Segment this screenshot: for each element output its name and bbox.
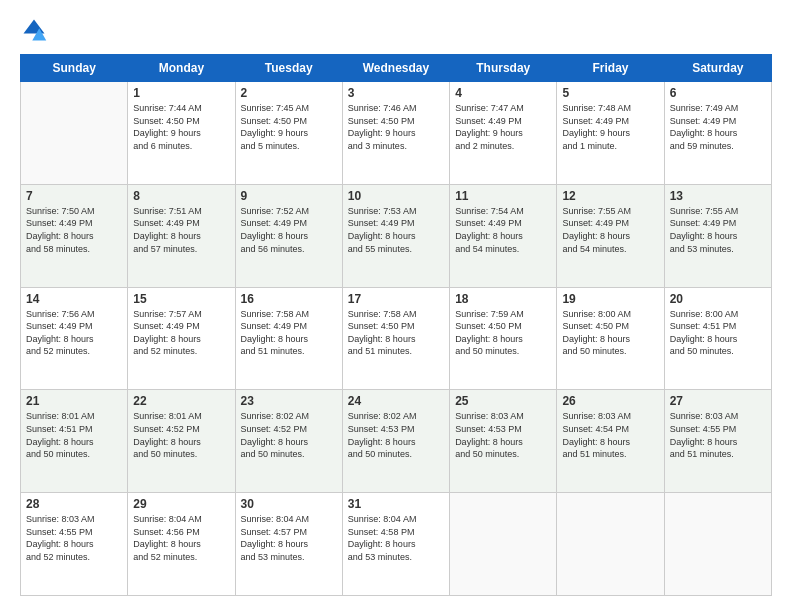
cell-content: Sunrise: 7:48 AM Sunset: 4:49 PM Dayligh… — [562, 102, 658, 152]
cell-content: Sunrise: 8:01 AM Sunset: 4:52 PM Dayligh… — [133, 410, 229, 460]
cell-content: Sunrise: 7:46 AM Sunset: 4:50 PM Dayligh… — [348, 102, 444, 152]
cell-content: Sunrise: 8:03 AM Sunset: 4:54 PM Dayligh… — [562, 410, 658, 460]
calendar-cell: 16Sunrise: 7:58 AM Sunset: 4:49 PM Dayli… — [235, 287, 342, 390]
cell-content: Sunrise: 7:56 AM Sunset: 4:49 PM Dayligh… — [26, 308, 122, 358]
day-number: 12 — [562, 189, 658, 203]
calendar-cell: 5Sunrise: 7:48 AM Sunset: 4:49 PM Daylig… — [557, 82, 664, 185]
cell-content: Sunrise: 7:47 AM Sunset: 4:49 PM Dayligh… — [455, 102, 551, 152]
calendar-cell: 11Sunrise: 7:54 AM Sunset: 4:49 PM Dayli… — [450, 184, 557, 287]
day-number: 15 — [133, 292, 229, 306]
calendar-cell: 28Sunrise: 8:03 AM Sunset: 4:55 PM Dayli… — [21, 493, 128, 596]
cell-content: Sunrise: 7:58 AM Sunset: 4:50 PM Dayligh… — [348, 308, 444, 358]
cell-content: Sunrise: 8:03 AM Sunset: 4:53 PM Dayligh… — [455, 410, 551, 460]
cell-content: Sunrise: 7:50 AM Sunset: 4:49 PM Dayligh… — [26, 205, 122, 255]
day-number: 17 — [348, 292, 444, 306]
calendar-cell — [450, 493, 557, 596]
day-number: 31 — [348, 497, 444, 511]
day-number: 13 — [670, 189, 766, 203]
calendar-cell: 24Sunrise: 8:02 AM Sunset: 4:53 PM Dayli… — [342, 390, 449, 493]
calendar-row: 1Sunrise: 7:44 AM Sunset: 4:50 PM Daylig… — [21, 82, 772, 185]
weekday-header: Sunday — [21, 55, 128, 82]
day-number: 24 — [348, 394, 444, 408]
day-number: 11 — [455, 189, 551, 203]
cell-content: Sunrise: 8:00 AM Sunset: 4:51 PM Dayligh… — [670, 308, 766, 358]
day-number: 1 — [133, 86, 229, 100]
svg-marker-0 — [24, 20, 45, 34]
cell-content: Sunrise: 8:01 AM Sunset: 4:51 PM Dayligh… — [26, 410, 122, 460]
calendar-cell — [664, 493, 771, 596]
weekday-header: Monday — [128, 55, 235, 82]
calendar-row: 7Sunrise: 7:50 AM Sunset: 4:49 PM Daylig… — [21, 184, 772, 287]
calendar-cell — [557, 493, 664, 596]
calendar-cell: 25Sunrise: 8:03 AM Sunset: 4:53 PM Dayli… — [450, 390, 557, 493]
calendar-cell: 4Sunrise: 7:47 AM Sunset: 4:49 PM Daylig… — [450, 82, 557, 185]
cell-content: Sunrise: 7:51 AM Sunset: 4:49 PM Dayligh… — [133, 205, 229, 255]
cell-content: Sunrise: 7:45 AM Sunset: 4:50 PM Dayligh… — [241, 102, 337, 152]
cell-content: Sunrise: 7:54 AM Sunset: 4:49 PM Dayligh… — [455, 205, 551, 255]
day-number: 8 — [133, 189, 229, 203]
calendar-cell: 27Sunrise: 8:03 AM Sunset: 4:55 PM Dayli… — [664, 390, 771, 493]
day-number: 2 — [241, 86, 337, 100]
day-number: 7 — [26, 189, 122, 203]
calendar-cell: 31Sunrise: 8:04 AM Sunset: 4:58 PM Dayli… — [342, 493, 449, 596]
cell-content: Sunrise: 7:49 AM Sunset: 4:49 PM Dayligh… — [670, 102, 766, 152]
day-number: 25 — [455, 394, 551, 408]
day-number: 10 — [348, 189, 444, 203]
calendar-cell: 23Sunrise: 8:02 AM Sunset: 4:52 PM Dayli… — [235, 390, 342, 493]
day-number: 22 — [133, 394, 229, 408]
weekday-header: Wednesday — [342, 55, 449, 82]
weekday-header: Saturday — [664, 55, 771, 82]
cell-content: Sunrise: 8:04 AM Sunset: 4:56 PM Dayligh… — [133, 513, 229, 563]
cell-content: Sunrise: 7:57 AM Sunset: 4:49 PM Dayligh… — [133, 308, 229, 358]
day-number: 27 — [670, 394, 766, 408]
calendar-cell: 6Sunrise: 7:49 AM Sunset: 4:49 PM Daylig… — [664, 82, 771, 185]
day-number: 16 — [241, 292, 337, 306]
cell-content: Sunrise: 8:00 AM Sunset: 4:50 PM Dayligh… — [562, 308, 658, 358]
calendar-cell: 20Sunrise: 8:00 AM Sunset: 4:51 PM Dayli… — [664, 287, 771, 390]
calendar-cell: 19Sunrise: 8:00 AM Sunset: 4:50 PM Dayli… — [557, 287, 664, 390]
day-number: 29 — [133, 497, 229, 511]
day-number: 4 — [455, 86, 551, 100]
calendar-cell: 9Sunrise: 7:52 AM Sunset: 4:49 PM Daylig… — [235, 184, 342, 287]
calendar-cell: 15Sunrise: 7:57 AM Sunset: 4:49 PM Dayli… — [128, 287, 235, 390]
calendar-cell — [21, 82, 128, 185]
cell-content: Sunrise: 8:03 AM Sunset: 4:55 PM Dayligh… — [26, 513, 122, 563]
calendar-cell: 21Sunrise: 8:01 AM Sunset: 4:51 PM Dayli… — [21, 390, 128, 493]
day-number: 20 — [670, 292, 766, 306]
weekday-header: Friday — [557, 55, 664, 82]
cell-content: Sunrise: 7:55 AM Sunset: 4:49 PM Dayligh… — [562, 205, 658, 255]
calendar: SundayMondayTuesdayWednesdayThursdayFrid… — [20, 54, 772, 596]
cell-content: Sunrise: 7:59 AM Sunset: 4:50 PM Dayligh… — [455, 308, 551, 358]
day-number: 14 — [26, 292, 122, 306]
day-number: 26 — [562, 394, 658, 408]
cell-content: Sunrise: 7:58 AM Sunset: 4:49 PM Dayligh… — [241, 308, 337, 358]
page: SundayMondayTuesdayWednesdayThursdayFrid… — [0, 0, 792, 612]
day-number: 21 — [26, 394, 122, 408]
cell-content: Sunrise: 8:02 AM Sunset: 4:53 PM Dayligh… — [348, 410, 444, 460]
cell-content: Sunrise: 7:55 AM Sunset: 4:49 PM Dayligh… — [670, 205, 766, 255]
calendar-cell: 10Sunrise: 7:53 AM Sunset: 4:49 PM Dayli… — [342, 184, 449, 287]
calendar-cell: 26Sunrise: 8:03 AM Sunset: 4:54 PM Dayli… — [557, 390, 664, 493]
calendar-cell: 17Sunrise: 7:58 AM Sunset: 4:50 PM Dayli… — [342, 287, 449, 390]
calendar-cell: 8Sunrise: 7:51 AM Sunset: 4:49 PM Daylig… — [128, 184, 235, 287]
calendar-cell: 2Sunrise: 7:45 AM Sunset: 4:50 PM Daylig… — [235, 82, 342, 185]
cell-content: Sunrise: 8:04 AM Sunset: 4:58 PM Dayligh… — [348, 513, 444, 563]
cell-content: Sunrise: 7:44 AM Sunset: 4:50 PM Dayligh… — [133, 102, 229, 152]
calendar-cell: 30Sunrise: 8:04 AM Sunset: 4:57 PM Dayli… — [235, 493, 342, 596]
day-number: 23 — [241, 394, 337, 408]
calendar-row: 28Sunrise: 8:03 AM Sunset: 4:55 PM Dayli… — [21, 493, 772, 596]
day-number: 30 — [241, 497, 337, 511]
calendar-cell: 12Sunrise: 7:55 AM Sunset: 4:49 PM Dayli… — [557, 184, 664, 287]
header — [20, 16, 772, 44]
logo-icon — [20, 16, 48, 44]
calendar-cell: 18Sunrise: 7:59 AM Sunset: 4:50 PM Dayli… — [450, 287, 557, 390]
calendar-cell: 29Sunrise: 8:04 AM Sunset: 4:56 PM Dayli… — [128, 493, 235, 596]
cell-content: Sunrise: 8:03 AM Sunset: 4:55 PM Dayligh… — [670, 410, 766, 460]
calendar-cell: 13Sunrise: 7:55 AM Sunset: 4:49 PM Dayli… — [664, 184, 771, 287]
day-number: 9 — [241, 189, 337, 203]
calendar-cell: 14Sunrise: 7:56 AM Sunset: 4:49 PM Dayli… — [21, 287, 128, 390]
cell-content: Sunrise: 7:52 AM Sunset: 4:49 PM Dayligh… — [241, 205, 337, 255]
day-number: 5 — [562, 86, 658, 100]
calendar-cell: 7Sunrise: 7:50 AM Sunset: 4:49 PM Daylig… — [21, 184, 128, 287]
day-number: 28 — [26, 497, 122, 511]
